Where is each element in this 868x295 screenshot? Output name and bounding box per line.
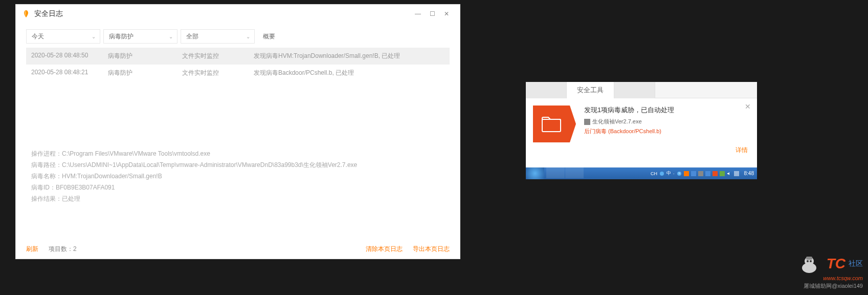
popup-tabs: 安全工具 [526,82,757,98]
svg-point-14 [807,260,809,262]
tray-icon[interactable] [705,171,710,176]
chevron-down-icon: ⌄ [92,34,96,39]
watermark-handle: 屠城辅助网@xiaolei149 [799,282,863,290]
volume-icon[interactable] [727,171,732,176]
taskbar-item[interactable] [546,167,565,178]
detail-process: 操作进程：C:\Program Files\VMware\VMware Tool… [31,148,444,159]
log-type: 病毒防护 [108,52,182,60]
chevron-down-icon: ⌄ [169,34,173,39]
svg-rect-13 [806,257,812,260]
close-icon[interactable]: ✕ [745,102,751,111]
file-icon [584,119,590,125]
footer-bar: 刷新 项目数：2 清除本页日志 导出本页日志 [16,240,460,259]
popup-body: ✕ 发现1项病毒威胁，已自动处理 生化领袖Ver2.7.exe 后门病毒 (Ba… [526,98,757,160]
tray-icon[interactable] [659,171,664,176]
threat-title: 发现1项病毒威胁，已自动处理 [584,106,750,115]
log-event: 文件实时监控 [182,69,254,77]
detail-id: 病毒ID：BF0B9E3B07AFA091 [31,182,444,193]
clock[interactable]: 8:48 [744,171,754,176]
threat-text-block: 发现1项病毒威胁，已自动处理 生化领袖Ver2.7.exe 后门病毒 (Back… [578,106,750,142]
export-log-link[interactable]: 导出本页日志 [413,245,450,254]
scope-filter-dropdown[interactable]: 全部 ⌄ [181,29,255,44]
threat-filename: 生化领袖Ver2.7.exe [592,118,642,125]
svg-rect-9 [720,171,725,176]
svg-rect-5 [691,171,696,176]
tray-separator: · [673,171,675,176]
svg-rect-8 [713,171,718,176]
log-time: 2020-05-28 08:48:50 [31,52,108,60]
tray-icon[interactable] [734,171,739,176]
window-title: 安全日志 [34,9,411,18]
task-items [546,167,584,179]
detail-panel: 操作进程：C:\Program Files\VMware\VMware Tool… [16,138,460,215]
watermark-url: www.tcsqw.com [799,275,863,281]
lang-indicator[interactable]: CH [651,171,657,176]
tray-icon[interactable] [720,171,725,176]
threat-icon-background [533,106,570,142]
ime-indicator[interactable]: 中 [666,170,671,177]
start-button[interactable] [526,167,544,179]
security-log-window: 安全日志 — ☐ ✕ 今天 ⌄ 病毒防护 ⌄ 全部 ⌄ 概要 2020-05-2… [15,4,460,259]
popup-tab-blank[interactable] [614,82,655,98]
svg-rect-10 [734,171,739,176]
threat-file-row: 生化领袖Ver2.7.exe [584,118,750,125]
watermark-suffix: 社区 [849,259,863,268]
watermark-logo: TC 社区 [799,254,863,274]
summary-column-header: 概要 [258,32,275,41]
folder-icon [541,115,562,133]
mascot-icon [799,254,825,274]
watermark-brand: TC [827,256,845,272]
date-filter-dropdown[interactable]: 今天 ⌄ [26,29,100,44]
detail-name: 病毒名称：HVM:TrojanDownloader/Small.gen!B [31,171,444,182]
svg-point-15 [810,260,812,262]
type-filter-value: 病毒防护 [109,32,133,41]
svg-point-1 [660,172,664,176]
app-icon [22,10,30,18]
watermark: TC 社区 www.tcsqw.com 屠城辅助网@xiaolei149 [799,254,863,290]
minimize-button[interactable]: — [411,7,425,21]
log-event: 文件实时监控 [182,52,254,60]
tray-icon[interactable] [698,171,703,176]
threat-banner: 发现1项病毒威胁，已自动处理 生化领袖Ver2.7.exe 后门病毒 (Back… [533,106,750,142]
help-icon[interactable]: ? [677,171,682,176]
popup-tab-blank[interactable] [526,82,567,98]
log-table: 2020-05-28 08:48:50 病毒防护 文件实时监控 发现病毒HVM:… [16,48,460,81]
detail-link[interactable]: 详情 [736,146,748,155]
log-time: 2020-05-28 08:48:21 [31,69,108,77]
tray-icon[interactable] [713,171,718,176]
log-summary: 发现病毒Backdoor/PCshell.b, 已处理 [254,69,444,77]
close-button[interactable]: ✕ [439,7,454,21]
titlebar: 安全日志 — ☐ ✕ [16,5,460,23]
taskbar: CH 中 · ? 8:48 [526,167,757,179]
scope-filter-value: 全部 [186,32,198,41]
filter-bar: 今天 ⌄ 病毒防护 ⌄ 全部 ⌄ 概要 [16,23,460,48]
date-filter-value: 今天 [32,32,44,41]
popup-tab-security-tools[interactable]: 安全工具 [567,82,614,98]
detail-path: 病毒路径：C:\Users\ADMINI~1\AppData\Local\Tem… [31,159,444,171]
refresh-link[interactable]: 刷新 [26,245,38,254]
table-row[interactable]: 2020-05-28 08:48:21 病毒防护 文件实时监控 发现病毒Back… [26,65,450,81]
item-count: 项目数：2 [49,245,355,254]
tray-icon[interactable] [691,171,696,176]
table-row[interactable]: 2020-05-28 08:48:50 病毒防护 文件实时监控 发现病毒HVM:… [26,48,450,65]
log-type: 病毒防护 [108,69,182,77]
maximize-button[interactable]: ☐ [425,7,439,21]
type-filter-dropdown[interactable]: 病毒防护 ⌄ [103,29,177,44]
threat-popup: 安全工具 ✕ 发现1项病毒威胁，已自动处理 生化领袖Ver2.7.exe 后门病… [526,82,757,179]
tray-icon[interactable] [684,171,689,176]
threat-classification: 后门病毒 (Backdoor/PCshell.b) [584,128,750,135]
detail-result: 操作结果：已处理 [31,193,444,204]
log-summary: 发现病毒HVM:TrojanDownloader/Small.gen!B, 已处… [254,52,444,60]
system-tray: CH 中 · ? 8:48 [651,170,757,177]
clear-log-link[interactable]: 清除本页日志 [366,245,403,254]
chevron-down-icon: ⌄ [246,34,250,39]
svg-rect-4 [684,171,689,176]
svg-rect-6 [698,171,703,176]
svg-rect-7 [705,171,710,176]
taskbar-item[interactable] [565,167,584,178]
svg-rect-0 [542,119,561,132]
